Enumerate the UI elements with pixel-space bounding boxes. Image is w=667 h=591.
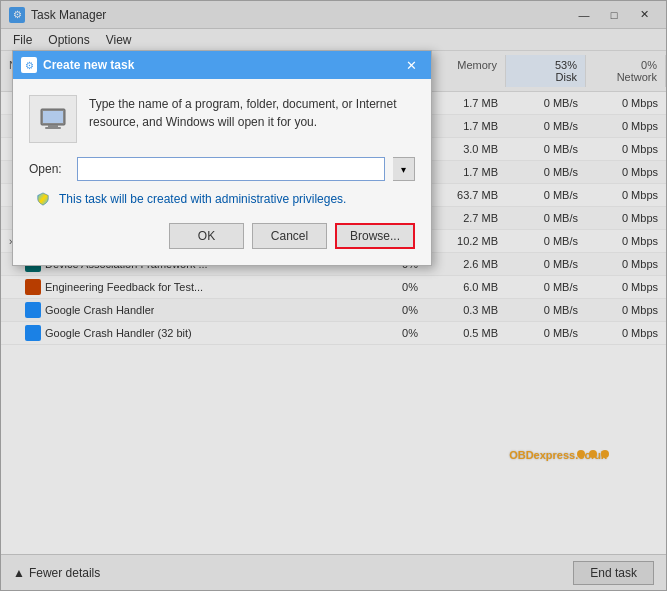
- dialog-title-bar: ⚙ Create new task ✕: [13, 51, 431, 79]
- open-label: Open:: [29, 162, 69, 176]
- dialog-buttons: OK Cancel Browse...: [29, 223, 415, 249]
- dialog-open-row: Open: ▾: [29, 157, 415, 181]
- svg-rect-3: [45, 127, 61, 129]
- dialog-big-icon: [29, 95, 77, 143]
- computer-icon: [37, 103, 69, 135]
- dialog-description-row: Type the name of a program, folder, docu…: [29, 95, 415, 143]
- browse-button[interactable]: Browse...: [335, 223, 415, 249]
- dialog-title: Create new task: [43, 58, 399, 72]
- dialog-body: Type the name of a program, folder, docu…: [13, 79, 431, 265]
- create-task-dialog: ⚙ Create new task ✕ Type the name of a p…: [12, 50, 432, 266]
- open-input[interactable]: [77, 157, 385, 181]
- ok-button[interactable]: OK: [169, 223, 244, 249]
- dropdown-button[interactable]: ▾: [393, 157, 415, 181]
- svg-rect-2: [48, 125, 58, 127]
- dialog-admin-row: This task will be created with administr…: [29, 191, 415, 207]
- shield-icon: [35, 191, 51, 207]
- cancel-button[interactable]: Cancel: [252, 223, 327, 249]
- dialog-close-button[interactable]: ✕: [399, 55, 423, 75]
- admin-text: This task will be created with administr…: [59, 192, 346, 206]
- dialog-description: Type the name of a program, folder, docu…: [89, 95, 415, 131]
- dialog-icon: ⚙: [21, 57, 37, 73]
- svg-rect-1: [43, 111, 63, 123]
